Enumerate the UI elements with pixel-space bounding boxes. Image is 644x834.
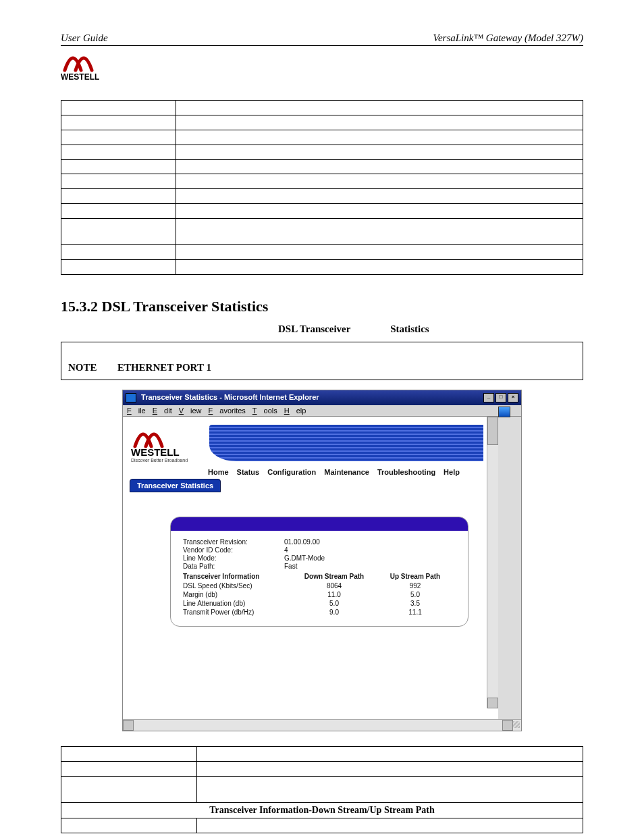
section-title: DSL Transceiver Statistics xyxy=(102,298,269,315)
t2-label: Line Mode xyxy=(61,776,197,802)
panel-header-bar xyxy=(171,517,468,531)
transceiver-field-table: Transceiver RevisionTransceiver firmware… xyxy=(61,746,583,833)
stats-panel: Transceiver Revision:01.00.09.00Vendor I… xyxy=(170,517,468,627)
ie-app-icon xyxy=(126,393,136,402)
t1-label: Tx Pkts xyxy=(61,130,176,145)
scrollbar-horizontal[interactable] xyxy=(123,719,521,731)
t1-desc: Total number of bytes transmitted. xyxy=(176,101,583,115)
ie-menu-item[interactable]: File xyxy=(127,407,146,415)
window-buttons[interactable]: _ □ × xyxy=(483,393,518,402)
resize-grip-icon[interactable] xyxy=(513,721,520,728)
ie-menu-item[interactable]: Edit xyxy=(153,407,172,415)
nav-item[interactable]: Configuration xyxy=(267,468,316,476)
header-right: VersaLink™ Gateway (Model 327W) xyxy=(433,32,583,44)
westell-logo: WESTELL xyxy=(61,50,583,81)
kv-key: Data Path: xyxy=(183,563,284,570)
t1-label: Tx Bytes xyxy=(61,101,176,115)
ti-metric: Line Attenuation (db) xyxy=(183,599,294,608)
t2-desc: The downstream and upstream transmission… xyxy=(196,818,583,833)
ti-row: Margin (db)11.05.0 xyxy=(183,590,456,599)
ti-row: Transmit Power (db/Hz)9.011.1 xyxy=(183,608,456,617)
t1-label: Rx Discard Pkts xyxy=(61,204,176,219)
t1-desc: Total number of packets transmitted. xyxy=(176,130,583,145)
svg-text:Discover Better Broadband: Discover Better Broadband xyxy=(131,458,188,463)
scrollbar-left-arrow-icon[interactable] xyxy=(123,720,134,731)
note-box: : If you have an Ethernet card with your… xyxy=(61,342,583,381)
westell-nav[interactable]: HomeStatusConfigurationMaintenanceTroubl… xyxy=(128,467,483,480)
transceiver-info-table: Transceiver Information Down Stream Path… xyxy=(183,571,456,617)
ie-title-text: Transceiver Statistics - Microsoft Inter… xyxy=(126,393,319,402)
ti-col-down: Down Stream Path xyxy=(294,571,375,581)
kv-row: Vendor ID Code:4 xyxy=(183,546,456,554)
ti-row: DSL Speed (Kbits/Sec)8064992 xyxy=(183,581,456,590)
t1-label: Reset xyxy=(61,259,176,274)
ti-down: 5.0 xyxy=(294,599,375,608)
ti-up: 3.5 xyxy=(375,599,456,608)
ti-metric: DSL Speed (Kbits/Sec) xyxy=(183,581,294,590)
ethernet-stats-table: Tx BytesTotal number of bytes transmitte… xyxy=(61,100,583,275)
ti-row: Line Attenuation (db)5.03.5 xyxy=(183,599,456,608)
minimize-icon[interactable]: _ xyxy=(483,393,494,402)
ie-viewport: WESTELL Discover Better Broadband HomeSt… xyxy=(123,417,498,719)
t1-label: Rx Pkts xyxy=(61,145,176,159)
kv-key: Transceiver Revision: xyxy=(183,538,284,546)
kv-key: Vendor ID Code: xyxy=(183,546,284,554)
ti-metric: Transmit Power (db/Hz) xyxy=(183,608,294,617)
ie-throbber-icon xyxy=(498,407,510,417)
kv-key: Line Mode: xyxy=(183,554,284,562)
westell-banner: WESTELL Discover Better Broadband xyxy=(128,421,483,465)
nav-item[interactable]: Status xyxy=(237,468,260,476)
ti-col-info: Transceiver Information xyxy=(183,571,294,581)
kv-value: Fast xyxy=(284,563,365,570)
t2-desc: Transceiver firmware version. xyxy=(196,747,583,762)
ie-menu-item[interactable]: Tools xyxy=(252,407,277,415)
header-left: User Guide xyxy=(61,32,108,44)
t1-label: Tx Discard Pkts xyxy=(61,219,176,245)
scrollbar-right-arrow-icon[interactable] xyxy=(502,720,513,731)
close-icon[interactable]: × xyxy=(508,393,518,402)
note-label: NOTE xyxy=(68,362,97,373)
note-bold-port: ETHERNET PORT 1 xyxy=(117,362,211,373)
section-number: 15.3.2 xyxy=(61,298,98,315)
t1-label: Rx Bytes xyxy=(61,115,176,130)
t1-desc: Packets Westell is received that are of … xyxy=(176,244,583,259)
bold-statistics: Statistics xyxy=(390,323,429,334)
banner-logo: WESTELL Discover Better Broadband xyxy=(131,423,205,464)
ti-down: 9.0 xyxy=(294,608,375,617)
nav-item[interactable]: Home xyxy=(208,468,229,476)
t1-label: Tx Error Pkts xyxy=(61,174,176,189)
ie-menu-bar[interactable]: FileEditViewFavoritesToolsHelp xyxy=(123,405,521,417)
scrollbar-h-track[interactable] xyxy=(134,720,502,731)
ti-col-up: Up Stream Path xyxy=(375,571,456,581)
t1-desc: Total number of transmitted packets disc… xyxy=(176,219,583,245)
tab-transceiver-statistics[interactable]: Transceiver Statistics xyxy=(130,479,221,492)
t1-desc: Number of times a transmitted packet was… xyxy=(176,189,583,204)
t2-desc: DSL mode of operation. This indicates th… xyxy=(196,776,583,802)
t2-label: Transceiver Revision xyxy=(61,747,197,762)
maximize-icon[interactable]: □ xyxy=(495,393,506,402)
tab-strip: Transceiver Statistics xyxy=(128,479,483,492)
ti-metric: Margin (db) xyxy=(183,590,294,599)
t1-label: Unknown Proto xyxy=(61,244,176,259)
svg-text:WESTELL: WESTELL xyxy=(131,446,180,458)
ie-menu-item[interactable]: Help xyxy=(284,407,306,415)
ie-window: Transceiver Statistics - Microsoft Inter… xyxy=(122,390,522,731)
ti-up: 992 xyxy=(375,581,456,590)
nav-item[interactable]: Maintenance xyxy=(324,468,369,476)
running-header: User Guide VersaLink™ Gateway (Model 327… xyxy=(61,32,583,44)
kv-value: 4 xyxy=(284,546,365,554)
kv-row: Data Path:Fast xyxy=(183,563,456,570)
kv-row: Transceiver Revision:01.00.09.00 xyxy=(183,538,456,546)
ti-up: 11.1 xyxy=(375,608,456,617)
banner-stripes xyxy=(209,425,483,461)
nav-item[interactable]: Help xyxy=(444,468,460,476)
ie-titlebar: Transceiver Statistics - Microsoft Inter… xyxy=(123,390,521,405)
nav-item[interactable]: Troubleshooting xyxy=(377,468,435,476)
ie-menu-item[interactable]: View xyxy=(179,407,202,415)
ie-menu-item[interactable]: Favorites xyxy=(209,407,246,415)
header-rule xyxy=(61,45,583,46)
kv-value: 01.00.09.00 xyxy=(284,538,365,546)
t2-label: DSL Speed (Kbits/Sec) xyxy=(61,818,197,833)
kv-value: G.DMT-Mode xyxy=(284,554,365,562)
svg-text:WESTELL: WESTELL xyxy=(61,72,99,81)
